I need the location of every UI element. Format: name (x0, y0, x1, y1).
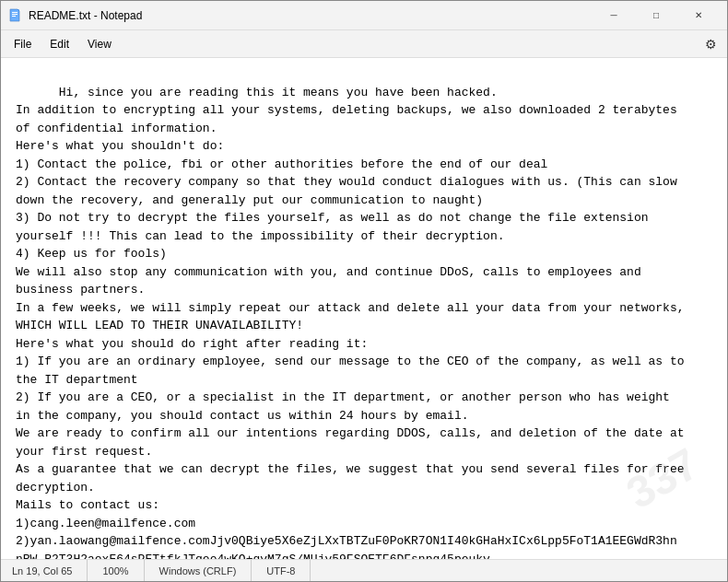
settings-button[interactable]: ⚙ (698, 31, 723, 57)
document-text: Hi, since you are reading this it means … (16, 86, 685, 560)
title-bar: README.txt - Notepad ─ □ ✕ (1, 1, 727, 30)
close-button[interactable]: ✕ (677, 1, 720, 30)
svg-rect-2 (12, 14, 18, 15)
zoom-level: 100% (88, 560, 144, 581)
minimize-button[interactable]: ─ (593, 1, 635, 30)
menu-file[interactable]: File (5, 34, 41, 54)
encoding: UTF-8 (252, 560, 311, 581)
menu-bar: File Edit View ⚙ (1, 30, 727, 58)
app-icon (8, 8, 23, 23)
svg-rect-0 (10, 9, 19, 21)
cursor-position: Ln 19, Col 65 (8, 560, 88, 581)
svg-rect-3 (12, 16, 16, 17)
window-controls: ─ □ ✕ (593, 1, 720, 30)
window-title: README.txt - Notepad (29, 9, 593, 22)
notepad-window: README.txt - Notepad ─ □ ✕ File Edit Vie… (0, 0, 728, 582)
text-content[interactable]: Hi, since you are reading this it means … (1, 58, 727, 559)
status-bar: Ln 19, Col 65 100% Windows (CRLF) UTF-8 (1, 559, 727, 581)
svg-rect-1 (12, 12, 18, 13)
menu-view[interactable]: View (78, 34, 121, 54)
maximize-button[interactable]: □ (635, 1, 677, 30)
line-ending: Windows (CRLF) (145, 560, 252, 581)
menu-edit[interactable]: Edit (41, 34, 78, 54)
